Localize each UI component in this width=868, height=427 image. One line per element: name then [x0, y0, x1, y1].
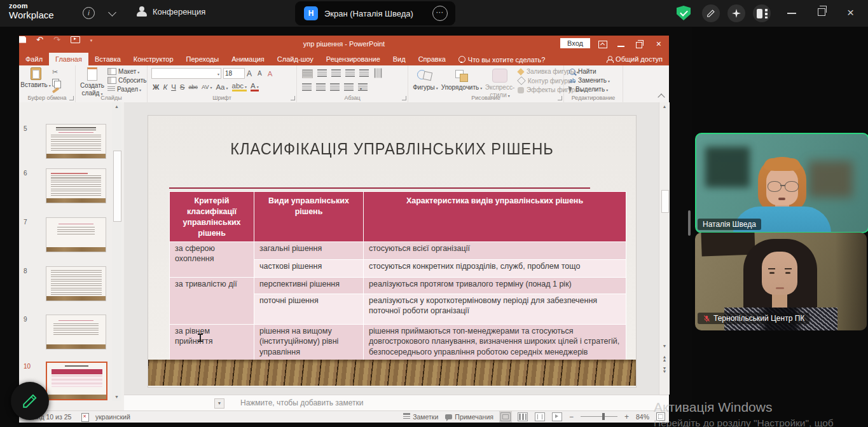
- font-size-input[interactable]: 18: [223, 68, 245, 79]
- zoom-in-button[interactable]: +: [624, 412, 629, 421]
- ppt-close-button[interactable]: ×: [656, 39, 661, 49]
- desc-cell[interactable]: реалізуються у короткотерміновому період…: [364, 294, 626, 324]
- thumbnail-scrollbar[interactable]: ▲ ▼: [112, 102, 121, 401]
- tell-me-box[interactable]: Что вы хотите сделать?: [452, 53, 552, 65]
- thumbnail-slide-5[interactable]: [46, 124, 106, 159]
- scroll-up-icon[interactable]: ▲: [112, 102, 121, 111]
- grow-font-button[interactable]: А: [247, 69, 252, 78]
- notes-pane[interactable]: ▼ Нажмите, чтобы добавить заметки: [124, 395, 669, 411]
- annotate-button[interactable]: [702, 4, 720, 22]
- thumbnail-slide-10-selected[interactable]: [46, 362, 107, 400]
- view-layout-button[interactable]: [753, 4, 771, 22]
- dialog-launcher-icon[interactable]: [558, 96, 562, 100]
- tab-slideshow[interactable]: Слайд-шоу: [271, 53, 320, 65]
- reset-button[interactable]: Сбросить: [107, 77, 146, 84]
- strikethrough-button[interactable]: S: [180, 83, 185, 91]
- thumbnail-slide-9[interactable]: [46, 315, 106, 349]
- ribbon-display-options-icon[interactable]: [598, 41, 607, 48]
- notes-toggle[interactable]: Заметки: [403, 413, 438, 421]
- tab-animations[interactable]: Анимация: [225, 53, 271, 65]
- shapes-button[interactable]: Фигуры: [412, 69, 439, 92]
- tab-insert[interactable]: Вставка: [88, 53, 127, 65]
- zoom-slider[interactable]: [581, 416, 617, 417]
- align-right-button[interactable]: [330, 83, 340, 91]
- text-direction-button[interactable]: [375, 69, 382, 78]
- character-spacing-button[interactable]: AV: [202, 84, 212, 90]
- select-button[interactable]: Выделить: [569, 86, 610, 93]
- header-cell[interactable]: Характеристика видів управлінських рішен…: [364, 192, 626, 242]
- type-cell[interactable]: поточні рішення: [254, 294, 364, 324]
- bullets-button[interactable]: [302, 69, 313, 78]
- tab-file[interactable]: Файл: [19, 53, 49, 65]
- header-cell[interactable]: Види управлінських рішень: [254, 192, 364, 242]
- desc-cell[interactable]: стосуються конкретних підрозділів, служб…: [364, 259, 626, 277]
- shrink-font-button[interactable]: А: [258, 70, 262, 77]
- normal-view-button[interactable]: [500, 412, 511, 421]
- criteria-cell[interactable]: за сферою охоплення: [170, 241, 254, 277]
- slide-title[interactable]: КЛАСИФІКАЦІЯ УПРАВЛІНСЬКИХ РІШЕНЬ: [160, 140, 624, 158]
- sign-in-button[interactable]: Вход: [560, 38, 590, 48]
- find-button[interactable]: Найти: [569, 68, 610, 75]
- previous-slide-button[interactable]: ▲▲: [660, 355, 669, 362]
- reading-view-button[interactable]: [535, 412, 545, 421]
- layout-button[interactable]: Макет: [107, 68, 146, 75]
- columns-button[interactable]: [358, 83, 368, 91]
- highlight-button[interactable]: abc: [232, 82, 247, 92]
- slide-scrollbar[interactable]: ▲ ▼ ▲▲ ▼▼: [659, 102, 670, 395]
- dialog-launcher-icon[interactable]: [69, 96, 74, 100]
- tab-home[interactable]: Главная: [49, 53, 88, 65]
- notes-placeholder[interactable]: Нажмите, чтобы добавить заметки: [240, 395, 363, 410]
- scrollbar-thumb[interactable]: [113, 151, 121, 222]
- scroll-down-icon[interactable]: ▼: [660, 344, 669, 348]
- info-icon[interactable]: i: [83, 7, 95, 19]
- font-color-button[interactable]: А: [251, 82, 259, 92]
- comments-toggle[interactable]: Примечания: [445, 413, 493, 421]
- shadow-abc-button[interactable]: abc: [189, 84, 198, 90]
- thumbnail-slide-7[interactable]: [46, 217, 106, 252]
- zoom-out-button[interactable]: −: [569, 412, 574, 421]
- close-button[interactable]: ×: [847, 5, 854, 20]
- ppt-minimize-button[interactable]: [617, 46, 624, 47]
- restore-button[interactable]: [818, 8, 825, 16]
- numbering-button[interactable]: [317, 69, 327, 77]
- collapse-ribbon-icon[interactable]: [658, 93, 665, 100]
- align-center-button[interactable]: [316, 83, 326, 91]
- font-name-input[interactable]: [151, 68, 221, 79]
- underline-button[interactable]: Ч: [171, 83, 176, 91]
- share-button[interactable]: Общий доступ: [607, 55, 663, 63]
- language-indicator[interactable]: украинский: [95, 413, 130, 421]
- scroll-up-icon[interactable]: ▲: [660, 104, 669, 109]
- bold-button[interactable]: Ж: [153, 83, 159, 91]
- type-cell[interactable]: перспективні рішення: [254, 277, 364, 294]
- chevron-down-icon[interactable]: [108, 8, 116, 17]
- dialog-launcher-icon[interactable]: [291, 96, 295, 100]
- fit-to-window-icon[interactable]: [656, 412, 665, 421]
- more-options-icon[interactable]: ···: [432, 6, 448, 21]
- thumbnail-slide-8[interactable]: [46, 266, 106, 301]
- justify-button[interactable]: [344, 83, 354, 91]
- italic-button[interactable]: К: [163, 83, 167, 91]
- panel-resize-handle[interactable]: [688, 210, 691, 236]
- type-cell[interactable]: часткові рішення: [254, 259, 364, 277]
- replace-button[interactable]: abЗаменить: [569, 77, 610, 84]
- current-slide[interactable]: КЛАСИФІКАЦІЯ УПРАВЛІНСЬКИХ РІШЕНЬ Критер…: [148, 116, 636, 387]
- desc-cell[interactable]: стосуються всієї організації: [364, 241, 626, 259]
- header-cell[interactable]: Критерій класифікації управлінських ріше…: [170, 192, 254, 242]
- change-case-button[interactable]: Aa: [216, 83, 228, 91]
- slide-sorter-view-button[interactable]: [518, 412, 528, 421]
- notes-collapse-icon[interactable]: ▼: [214, 398, 224, 409]
- spell-check-icon[interactable]: [81, 413, 89, 422]
- desc-cell[interactable]: реалізуються протягом тривалого терміну …: [364, 277, 626, 294]
- format-painter-icon[interactable]: [52, 87, 59, 93]
- dialog-launcher-icon[interactable]: [402, 96, 406, 100]
- zoom-percent[interactable]: 84%: [636, 413, 649, 421]
- classification-table[interactable]: Критерій класифікації управлінських ріше…: [169, 191, 626, 374]
- line-spacing-button[interactable]: [359, 69, 369, 77]
- ai-companion-button[interactable]: [727, 4, 745, 22]
- increase-indent-button[interactable]: [345, 69, 355, 77]
- tab-transitions[interactable]: Переходы: [180, 53, 226, 65]
- security-shield-icon[interactable]: [677, 6, 691, 20]
- cut-icon[interactable]: ✂: [52, 68, 59, 76]
- annotation-pencil-button[interactable]: [11, 382, 49, 420]
- arrange-button[interactable]: Упорядочить: [441, 69, 482, 92]
